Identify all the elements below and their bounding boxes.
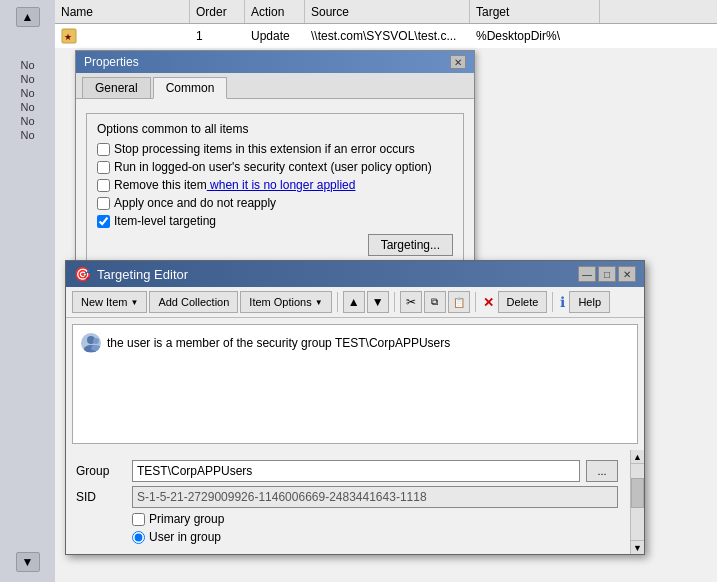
editor-title-text: Targeting Editor [97,267,188,282]
col-header-target: Target [470,0,600,23]
col-header-source: Source [305,0,470,23]
editor-minimize-button[interactable]: — [578,266,596,282]
options-group-title: Options common to all items [97,122,453,136]
checkbox-apply-once-input[interactable] [97,197,110,210]
sidebar-no-labels: No No No No No No [20,29,34,141]
sidebar-scroll-down[interactable]: ▼ [16,552,40,572]
cut-button[interactable]: ✂ [400,291,422,313]
checkbox-run-logged-label: Run in logged-on user's security context… [114,160,432,174]
toolbar-sep-1 [337,292,338,312]
tab-general[interactable]: General [82,77,151,98]
editor-close-button[interactable]: ✕ [618,266,636,282]
editor-title-controls: — □ ✕ [578,266,636,282]
cell-target: %DesktopDir%\ [470,24,600,48]
sidebar: ▲ No No No No No No ▼ [0,0,55,582]
item-options-button[interactable]: Item Options [240,291,331,313]
checkbox-remove-item-label: Remove this item when it is no longer ap… [114,178,355,192]
user-group-icon [81,333,101,353]
col-header-order: Order [190,0,245,23]
user-in-group-radio[interactable] [132,531,145,544]
primary-group-checkbox[interactable] [132,513,145,526]
cell-action: Update [245,24,305,48]
copy-button[interactable]: ⧉ [424,291,446,313]
cell-source: \\test.com\SYSVOL\test.c... [305,24,470,48]
table-row[interactable]: ★ 1 Update \\test.com\SYSVOL\test.c... %… [55,24,717,48]
primary-group-label: Primary group [149,512,224,526]
sidebar-no-2: No [20,73,34,85]
targeting-row: Targeting... [97,234,453,256]
delete-button[interactable]: Delete [498,291,548,313]
checkbox-item-level: Item-level targeting [97,214,453,228]
editor-content-area: the user is a member of the security gro… [72,324,638,444]
chevron-up-icon: ▲ [22,10,34,24]
move-up-button[interactable]: ▲ [343,291,365,313]
sidebar-no-4: No [20,101,34,113]
bottom-form: Group ... SID Primary group User in grou… [66,450,628,554]
checkbox-stop-processing: Stop processing items in this extension … [97,142,453,156]
targeting-icon: 🎯 [74,266,91,282]
down-arrow-icon: ▼ [372,295,384,309]
scrollbar-thumb[interactable] [631,478,644,508]
table-header: Name Order Action Source Target [55,0,717,24]
checkbox-run-logged: Run in logged-on user's security context… [97,160,453,174]
sid-label: SID [76,490,126,504]
svg-point-4 [93,338,99,344]
new-item-button[interactable]: New Item [72,291,147,313]
file-icon: ★ [61,28,77,44]
checkbox-item-level-input[interactable] [97,215,110,228]
browse-button[interactable]: ... [586,460,618,482]
editor-maximize-button[interactable]: □ [598,266,616,282]
security-entry-text: the user is a member of the security gro… [107,336,450,350]
properties-title: Properties [84,55,139,69]
user-in-group-label: User in group [149,530,221,544]
properties-dialog: Properties ✕ General Common Options comm… [75,50,475,276]
sidebar-scroll-up[interactable]: ▲ [16,7,40,27]
targeting-button[interactable]: Targeting... [368,234,453,256]
copy-icon: ⧉ [431,296,438,308]
scrollbar[interactable]: ▲ ▼ [630,450,644,554]
properties-title-bar: Properties ✕ [76,51,474,73]
checkbox-stop-processing-input[interactable] [97,143,110,156]
paste-button[interactable]: 📋 [448,291,470,313]
help-icon: ℹ [558,294,567,310]
sid-form-row: SID [76,486,618,508]
scrollbar-down-arrow[interactable]: ▼ [631,540,644,554]
user-in-group-row: User in group [76,530,618,544]
group-input[interactable] [132,460,580,482]
col-header-action: Action [245,0,305,23]
checkbox-stop-processing-label: Stop processing items in this extension … [114,142,415,156]
checkbox-item-level-label: Item-level targeting [114,214,216,228]
properties-tabs: General Common [76,73,474,99]
group-form-row: Group ... [76,460,618,482]
checkbox-apply-once-label: Apply once and do not reapply [114,196,276,210]
editor-title-bar: 🎯 Targeting Editor — □ ✕ [66,261,644,287]
toolbar-sep-4 [552,292,553,312]
sidebar-no-1: No [20,59,34,71]
cell-order: 1 [190,24,245,48]
security-entry: the user is a member of the security gro… [81,333,629,353]
sidebar-no-5: No [20,115,34,127]
properties-content: Options common to all items Stop process… [76,99,474,275]
sid-input [132,486,618,508]
x-icon: ✕ [481,295,496,310]
tab-common[interactable]: Common [153,77,228,99]
toolbar-sep-3 [475,292,476,312]
options-group: Options common to all items Stop process… [86,113,464,265]
add-collection-button[interactable]: Add Collection [149,291,238,313]
sidebar-no-3: No [20,87,34,99]
properties-close-button[interactable]: ✕ [450,55,466,69]
move-down-button[interactable]: ▼ [367,291,389,313]
up-arrow-icon: ▲ [348,295,360,309]
chevron-down-icon: ▼ [22,555,34,569]
targeting-editor: 🎯 Targeting Editor — □ ✕ New Item Add Co… [65,260,645,555]
editor-title-left: 🎯 Targeting Editor [74,266,188,282]
col-header-name: Name [55,0,190,23]
checkbox-run-logged-input[interactable] [97,161,110,174]
scrollbar-up-arrow[interactable]: ▲ [631,450,644,464]
cut-icon: ✂ [406,295,416,309]
sidebar-no-6: No [20,129,34,141]
editor-toolbar: New Item Add Collection Item Options ▲ ▼… [66,287,644,318]
help-button[interactable]: Help [569,291,610,313]
checkbox-remove-item: Remove this item when it is no longer ap… [97,178,453,192]
checkbox-remove-item-input[interactable] [97,179,110,192]
